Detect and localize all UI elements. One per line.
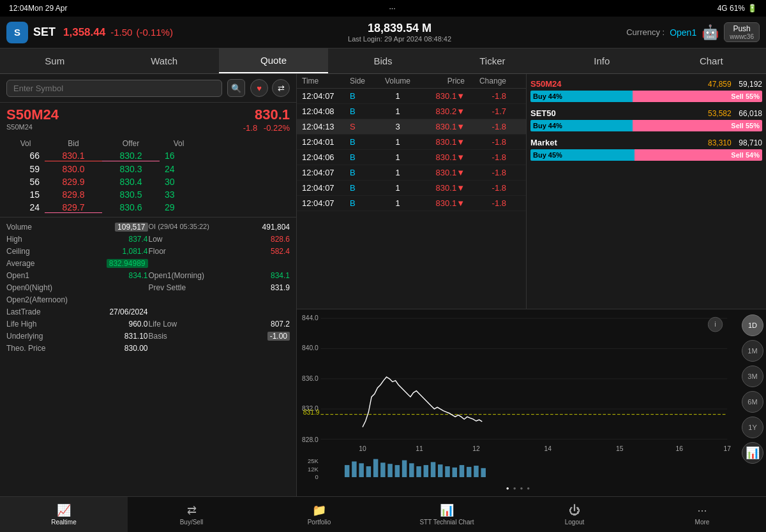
page-dots: ● ● ● ● <box>506 485 530 491</box>
symbol-change-pct: -0.22% <box>264 123 290 133</box>
chart-btn-1y[interactable]: 1Y <box>742 417 763 438</box>
th-volume: Volume <box>379 77 417 85</box>
footer-tab-logout[interactable]: ⏻ Logout <box>511 497 638 532</box>
tr6-change: -1.8 <box>465 168 506 177</box>
tr4-side: B <box>350 137 379 147</box>
svg-rect-33 <box>431 462 435 477</box>
favorite-button[interactable]: ♥ <box>250 79 268 97</box>
tr8-vol: 1 <box>379 198 417 208</box>
tab-info[interactable]: Info <box>547 48 656 73</box>
market-sell-bar: Sell 54% <box>635 149 762 161</box>
stat-prev: Prev Settle 831.9 <box>149 282 290 293</box>
tr8-price: 830.1▼ <box>417 198 465 208</box>
tab-quote[interactable]: Quote <box>219 48 328 73</box>
set50-bar: Buy 44% Sell 55% <box>530 120 762 131</box>
stat-prev-value: 831.9 <box>271 283 290 292</box>
svg-rect-37 <box>460 465 464 477</box>
footer-tab-portfolio[interactable]: 📁 Portfolio <box>255 497 383 532</box>
search-input[interactable] <box>6 80 222 97</box>
tab-chart[interactable]: Chart <box>657 48 766 73</box>
stat-oi: OI (29/04 05:35:22) 491,804 <box>149 221 290 233</box>
stat-lifehigh: Life High 960.0 <box>6 318 148 330</box>
stt-label: STT Technial Chart <box>419 519 474 526</box>
footer-tabs: 📈 Realtime ⇄ Buy/Sell 📁 Portfolio 📊 STT … <box>0 496 766 532</box>
svg-rect-24 <box>366 466 371 477</box>
status-bar: 12:04 Mon 29 Apr ··· 4G 61% 🔋 <box>0 0 766 17</box>
svg-text:17: 17 <box>724 445 732 452</box>
summary-market: Market 83,310 98,710 Buy 45% Sell 54% <box>530 138 762 161</box>
stat-avg-value: 832.94989 <box>107 259 148 268</box>
svg-rect-23 <box>359 463 363 477</box>
stat-oi-label: OI (29/04 05:35:22) <box>149 223 209 232</box>
ob-offer-4: 830.5 <box>102 189 160 200</box>
more-icon: ··· <box>697 504 707 517</box>
left-column: 🔍 ♥ ⇄ S50M24 S50M24 830.1 <box>0 74 297 496</box>
svg-rect-25 <box>373 459 378 477</box>
app-logo: S <box>6 22 28 43</box>
chart-btn-6m[interactable]: 6M <box>742 391 763 413</box>
action-buttons: ♥ ⇄ <box>250 79 290 97</box>
ob-header-offer: Offer <box>102 139 160 148</box>
push-label: Push <box>733 24 750 33</box>
set50-buy-count: 53,582 <box>708 109 732 118</box>
svg-text:844.0: 844.0 <box>302 314 319 321</box>
search-button[interactable]: 🔍 <box>227 79 245 97</box>
stat-volume-label: Volume <box>6 223 32 232</box>
header-center: 18,839.54 M Last Login: 29 Apr 2024 08:4… <box>173 22 626 43</box>
ob-vol-bid-5: 24 <box>6 202 45 213</box>
heart-icon: ♥ <box>257 84 262 93</box>
tab-ticker[interactable]: Ticker <box>438 48 547 73</box>
push-button[interactable]: Push wwwc36 <box>724 22 760 42</box>
chart-btn-1d[interactable]: 1D <box>742 314 763 336</box>
stat-open2-label: Open2(Afternoon) <box>6 295 68 304</box>
chart-section: 844.0 840.0 836.0 832.0 828.0 <box>297 309 766 496</box>
user-label: wwwc36 <box>730 33 754 40</box>
chart-btn-3m[interactable]: 3M <box>742 366 763 387</box>
refresh-button[interactable]: ⇄ <box>272 79 290 97</box>
stat-floor-label: Floor <box>149 247 166 256</box>
set50-sell-count: 66,018 <box>739 109 762 118</box>
chart-btn-1m[interactable]: 1M <box>742 340 763 362</box>
set50-header: SET50 53,582 66,018 <box>530 108 762 118</box>
stat-ll-label: Life Low <box>149 320 177 329</box>
user-avatar: 🤖 <box>702 24 719 41</box>
stat-high-value: 837.4 <box>128 235 147 244</box>
svg-rect-22 <box>352 461 356 477</box>
ob-bid-4: 829.8 <box>45 189 102 200</box>
stat-floor-value: 582.4 <box>271 247 290 256</box>
svg-rect-30 <box>409 463 414 477</box>
portfolio-label: Portfolio <box>308 519 331 526</box>
tab-watch[interactable]: Watch <box>109 48 218 73</box>
set50-sell-bar: Sell 55% <box>633 120 762 131</box>
tr2-price: 830.2▼ <box>417 107 465 116</box>
stat-open1m-value: 834.1 <box>271 271 290 280</box>
chart-area: 844.0 840.0 836.0 832.0 828.0 <box>297 309 739 496</box>
footer-tab-realtime[interactable]: 📈 Realtime <box>0 497 128 532</box>
tr7-change: -1.8 <box>465 183 506 193</box>
stat-ul-value: 831.10 <box>124 332 148 341</box>
tr3-time: 12:04:13 <box>302 122 350 131</box>
footer-tab-buysell[interactable]: ⇄ Buy/Sell <box>128 497 255 532</box>
market-buy-count: 83,310 <box>708 138 732 147</box>
dot-1: ● <box>506 485 509 491</box>
search-icon: 🔍 <box>231 84 241 93</box>
trade-row-8: 12:04:07 B 1 830.1▼ -1.8 <box>297 196 526 211</box>
tab-sum[interactable]: Sum <box>0 48 109 73</box>
ob-bid-1: 830.1 <box>45 151 102 161</box>
ob-offer-5: 830.6 <box>102 202 160 213</box>
footer-tab-more[interactable]: ··· More <box>638 497 766 532</box>
stat-lt-label: LastTrade <box>6 307 41 316</box>
stat-theo-label: Theo. Price <box>6 344 45 353</box>
logout-icon: ⏻ <box>569 504 580 517</box>
tr8-change: -1.8 <box>465 198 506 208</box>
trades-panel: Time Side Volume Price Change 12:04:07 B… <box>297 74 527 309</box>
footer-tab-stt[interactable]: 📊 STT Technial Chart <box>383 497 511 532</box>
ob-row-5: 24 829.7 830.6 29 <box>6 201 290 214</box>
chart-btn-indicator[interactable]: 📊 <box>742 442 763 464</box>
tr2-change: -1.7 <box>465 107 506 116</box>
tr6-side: B <box>350 168 379 177</box>
trade-row-1: 12:04:07 B 1 830.1▼ -1.8 <box>297 89 526 104</box>
battery-icon: 🔋 <box>747 4 757 13</box>
tab-bids[interactable]: Bids <box>328 48 437 73</box>
svg-text:828.0: 828.0 <box>302 436 319 443</box>
